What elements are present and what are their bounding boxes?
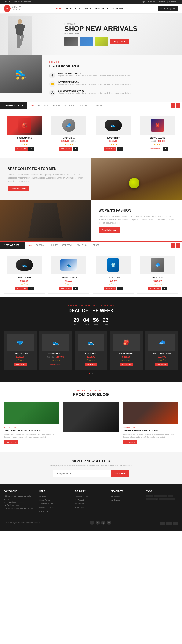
arrival-img-1: 👟 [7, 256, 42, 274]
tab-arrival-basketball[interactable]: BASKETBALL [61, 244, 74, 246]
tab-latest-all[interactable]: ALL [31, 104, 35, 106]
social-facebook[interactable]: f [90, 520, 94, 525]
blog-section: THE LAST IN THIS WEEK FROM OUR BLOG Janu… [0, 382, 182, 452]
footer-help-orders[interactable]: Orders and Returns [40, 507, 54, 508]
login-link[interactable]: Login [140, 1, 145, 3]
dot-1[interactable] [89, 373, 90, 374]
tab-latest-recee[interactable]: RECEE [96, 104, 102, 106]
arrival-cart-btn-1[interactable]: Add To Cart [15, 286, 28, 290]
product-name-1: PRETIUM VITAE [7, 137, 42, 139]
newsletter-subscribe-btn[interactable]: SUBSCRIBE [111, 470, 129, 477]
nav-elements[interactable]: ELEMENTS [112, 8, 123, 10]
signup-link[interactable]: Sign up [148, 1, 155, 3]
deal-product-5: 🧢 AMET URNA DUMM $215.00 ★★★★★ Add To Ca… [145, 331, 178, 370]
add-to-cart-btn-2[interactable]: Add To Cart [59, 147, 72, 150]
footer-discounts-rewards[interactable]: My Rewards [111, 499, 120, 501]
arrival-view-btn-4[interactable]: ▼ [161, 286, 167, 290]
social-linkedin[interactable]: in [107, 520, 111, 525]
view-products-btn-4[interactable]: View Products [147, 147, 162, 151]
arrival-cart-btn-3[interactable]: Add To Cart [104, 286, 116, 290]
dot-2[interactable] [92, 373, 93, 374]
view-btn-icon-4[interactable]: ▼ [163, 147, 168, 151]
tab-latest-basketball[interactable]: BASKETBALL [64, 104, 76, 106]
nav-portfolios[interactable]: PORTFOLIOS [95, 8, 109, 10]
social-google[interactable]: g [101, 520, 105, 525]
footer-help-sitemap[interactable]: Sitemap [40, 495, 46, 497]
checkout-link[interactable]: Checkout [169, 1, 177, 3]
tag-8[interactable]: football [167, 498, 175, 500]
tab-latest-football[interactable]: FOOTBALL [38, 104, 48, 106]
footer-help-search[interactable]: Search Terms [40, 499, 50, 501]
nav-shop[interactable]: SHOP [66, 8, 71, 10]
cart-button[interactable]: 🛒 7 Empty Cart [158, 6, 178, 11]
deal-label: BEST SELLER PRODUCTS IN THIS WEEK [4, 305, 178, 307]
blog-readmore-btn-1[interactable]: Read more » [4, 440, 18, 444]
tab-arrival-volleyball[interactable]: VALLEYBALL [77, 244, 89, 246]
footer-delivery-track[interactable]: Track Order [75, 507, 84, 508]
tab-latest-hockey[interactable]: HOCKEY [52, 104, 60, 106]
newsletter-email-input[interactable] [53, 470, 111, 477]
hero-shop-btn[interactable]: Shop now ▶ [110, 39, 129, 44]
product-img-1: 🎒 [7, 116, 42, 135]
blog-post-title-1: DRAG AND DROP PAGE TICDOUNT [4, 429, 59, 432]
tag-5[interactable]: ball [146, 498, 152, 500]
arrival-view-btn-1[interactable]: ▼ [29, 286, 34, 290]
tab-latest-volleyball[interactable]: VOLLEYBALL [80, 104, 92, 106]
nav-blog[interactable]: BLOG [75, 8, 81, 10]
collection-btn[interactable]: New Collection ▶ [8, 186, 29, 191]
tag-7[interactable]: hockey [159, 498, 167, 500]
timer-secs-label: SECS [103, 323, 109, 325]
view-btn-3[interactable]: ▼ [117, 147, 123, 150]
arrival-view-btn-2[interactable]: ▼ [73, 286, 78, 290]
womens-btn[interactable]: New Collection ▶ [99, 228, 120, 232]
footer-delivery-account[interactable]: My Account [75, 503, 84, 505]
deal-cart-btn-5[interactable]: Add To Cart [155, 362, 168, 366]
wishlist-link[interactable]: Wishlist [159, 1, 165, 3]
view-btn-2[interactable]: ▼ [73, 147, 78, 150]
tag-2[interactable]: shoes [153, 494, 160, 497]
nav-pages[interactable]: PAGES [84, 8, 92, 10]
tag-4[interactable]: shirt [167, 494, 173, 497]
footer-delivery-shipping[interactable]: Shipping & Return [75, 495, 89, 497]
footer-help-advanced[interactable]: Advanced Search [40, 503, 53, 505]
tag-3[interactable]: cap [161, 494, 167, 497]
latest-prev-btn[interactable]: ‹ [171, 103, 175, 108]
deal-name-1: ADIPISCING ELIT [7, 353, 34, 355]
view-btn-1[interactable]: ▼ [29, 147, 34, 150]
deal-cart-btn-3[interactable]: Add To Cart [85, 362, 97, 366]
deal-price-5: $215.00 [148, 356, 175, 358]
arrival-actions-3: Add To Cart ▼ [96, 286, 131, 290]
beanie-icon: 🧣 [151, 118, 164, 132]
footer-discounts-coupons[interactable]: My Coupons [111, 495, 120, 497]
timer-hours: 04 HOURS [83, 317, 89, 325]
add-to-cart-btn-3[interactable]: Add To Cart [104, 147, 116, 150]
tab-arrival-football[interactable]: FOOTBALL [36, 244, 46, 246]
arrival-cart-btn-4[interactable]: Add To Cart [148, 286, 161, 290]
nav-home[interactable]: HOME [56, 8, 62, 10]
add-to-cart-btn-1[interactable]: Add To Cart [15, 147, 28, 150]
collection-section: BEST COLLECTION FOR MEN Lorem ipsum dolo… [0, 158, 182, 241]
arrival-view-btn-3[interactable]: ▼ [117, 286, 123, 290]
arrival-product-3: 👕 VITAE LECTUS $70.00 ★★★★★ Add To Cart … [93, 252, 134, 294]
tab-arrival-all[interactable]: ALL [29, 244, 32, 246]
deal-cart-btn-4[interactable]: Add To Cart [120, 362, 133, 366]
deal-product-2: 👟 ADIPISCING ELIT $215.00 $150.00 ★★★★★ … [39, 331, 72, 370]
arrival-cart-btn-2[interactable]: Add To Cart [59, 286, 72, 290]
tab-arrival-hockey[interactable]: HOCKEY [50, 244, 58, 246]
timer-mins-num: 56 [93, 317, 99, 323]
latest-section: LASTEST ITEMS ALL FOOTBALL HOCKEY BASKET… [0, 102, 182, 158]
tab-arrival-recee[interactable]: RECEE [93, 244, 99, 246]
product-img-2: 🧢 [51, 116, 86, 135]
arrival-next-btn[interactable]: › [175, 243, 180, 248]
footer-help-contact[interactable]: Contact Us [40, 510, 48, 512]
latest-next-btn[interactable]: › [175, 103, 180, 108]
footer-delivery-wishlist[interactable]: My Wishlist [75, 499, 84, 501]
arrival-prev-btn[interactable]: ‹ [171, 243, 175, 248]
blog-readmore-btn-3[interactable]: Read more » [123, 440, 137, 444]
deal-view-btn-2[interactable]: View Products [48, 362, 63, 367]
tag-1[interactable]: sport [146, 494, 153, 497]
ecom-label: SERVICES [49, 61, 174, 63]
deal-cart-btn-1[interactable]: Add To Cart [14, 362, 27, 366]
social-twitter[interactable]: t [96, 520, 100, 525]
tag-6[interactable]: bag [152, 498, 158, 500]
